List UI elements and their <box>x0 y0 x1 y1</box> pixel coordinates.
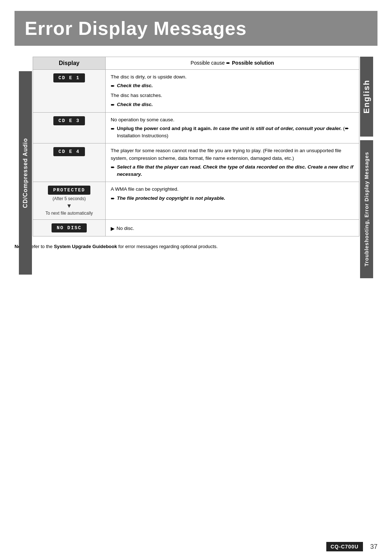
table-row: NO DISC ▶ No disc. <box>33 220 359 236</box>
arrow-icon: ➨ <box>111 82 115 90</box>
note-text-after: for error messages regarding optional pr… <box>118 244 218 249</box>
after-seconds-label: (After 5 seconds) <box>53 196 86 201</box>
page-number: 37 <box>370 543 377 551</box>
arrow-icon: ➨ <box>111 163 115 171</box>
table-row: CD E 4 The player for some reason cannot… <box>33 143 359 182</box>
cause-text-1b: The disc has scratches. <box>111 92 354 99</box>
table-row: CD E 1 The disc is dirty, or is upside d… <box>33 70 359 113</box>
cause-column-header: Possible cause ➨ Possible solution <box>106 57 359 70</box>
display-cell-cde3: CD E 3 <box>33 112 106 143</box>
cause-text-4: The player for some reason cannot read t… <box>111 147 354 162</box>
cause-text-1: The disc is dirty, or is upside down. <box>111 73 354 81</box>
display-column-header: Display <box>33 57 106 70</box>
cause-text-3: No operation by some cause. <box>111 116 354 123</box>
down-arrow-icon: ▼ <box>66 203 72 209</box>
display-cell-protected: PROTECTED (After 5 seconds) ▼ To next fi… <box>33 182 106 220</box>
display-badge-nodisc: NO DISC <box>52 223 87 232</box>
display-cell-nodisc: NO DISC <box>33 220 106 236</box>
cause-cell-cde4: The player for some reason cannot read t… <box>106 143 359 182</box>
solution-protected: ➨ The file protected by copyright is not… <box>111 195 354 202</box>
cause-cell-nodisc: ▶ No disc. <box>106 220 359 236</box>
right-label-english: English <box>360 57 373 137</box>
arrow-icon: ➨ <box>111 101 115 109</box>
solution-4: ➨ Select a file that the player can read… <box>111 163 354 178</box>
arrow-icon: ➨ <box>111 125 115 133</box>
right-label-troubleshooting: Troubleshooting, Error Display Messages <box>360 140 373 278</box>
protected-inner: PROTECTED (After 5 seconds) ▼ To next fi… <box>38 186 100 216</box>
note-section: Note: Refer to the System Upgrade Guideb… <box>15 243 377 250</box>
display-cell-cde1: CD E 1 <box>33 70 106 113</box>
display-badge-protected: PROTECTED <box>48 186 90 195</box>
page-header: Error Display Messages <box>15 11 377 46</box>
arrow-icon: ➨ <box>111 195 115 202</box>
cause-text-protected: A WMA file can be copyrighted. <box>111 186 354 193</box>
display-cell-cde4: CD E 4 <box>33 143 106 182</box>
next-file-text: To next file automatically <box>45 211 93 216</box>
triangle-icon: ▶ <box>111 225 115 232</box>
page-footer: CQ-C700U 37 <box>326 542 377 551</box>
page-title: Error Display Messages <box>25 17 367 39</box>
solution-3: ➨ Unplug the power cord and plug it agai… <box>111 125 354 140</box>
table-row: PROTECTED (After 5 seconds) ▼ To next fi… <box>33 182 359 220</box>
cause-cell-cde3: No operation by some cause. ➨ Unplug the… <box>106 112 359 143</box>
cause-cell-cde1: The disc is dirty, or is upside down. ➨ … <box>106 70 359 113</box>
nodisc-cause: ▶ No disc. <box>111 225 354 232</box>
model-badge: CQ-C700U <box>326 542 363 551</box>
cause-cell-protected: A WMA file can be copyrighted. ➨ The fil… <box>106 182 359 220</box>
error-table: Display Possible cause ➨ Possible soluti… <box>33 57 359 236</box>
header-arrow: ➨ <box>226 60 232 66</box>
solution-1b: ➨ Check the disc. <box>111 101 354 109</box>
solution-1a: ➨ Check the disc. <box>111 82 354 90</box>
display-badge-cde4: CD E 4 <box>53 147 85 156</box>
left-side-label: CD/Compressed Audio <box>19 71 32 275</box>
content-area: CD/Compressed Audio English Troubleshoot… <box>15 57 377 250</box>
display-badge-cde1: CD E 1 <box>53 73 85 82</box>
page: Error Display Messages CD/Compressed Aud… <box>0 11 392 555</box>
table-header-row: Display Possible cause ➨ Possible soluti… <box>33 57 359 70</box>
table-wrapper: CD/Compressed Audio English Troubleshoot… <box>33 57 359 236</box>
table-row: CD E 3 No operation by some cause. ➨ Unp… <box>33 112 359 143</box>
display-badge-cde3: CD E 3 <box>53 116 85 125</box>
note-guidebook: System Upgrade Guidebook <box>54 244 117 249</box>
